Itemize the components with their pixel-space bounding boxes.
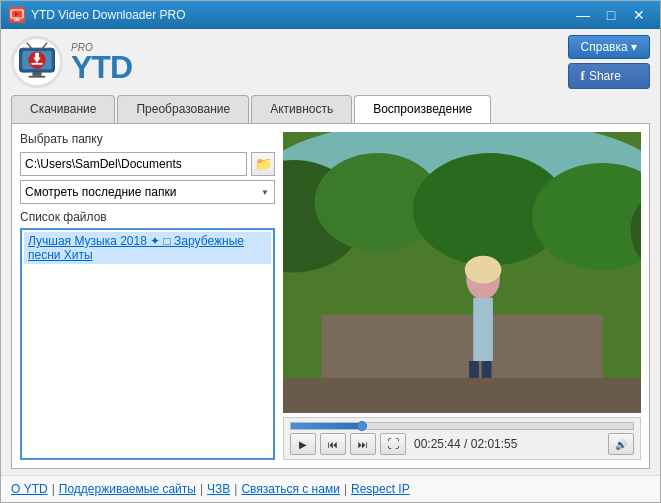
video-display (283, 132, 641, 413)
tab-activity[interactable]: Активность (251, 95, 352, 123)
content-panel: Выбрать папку 📁 Смотреть последние папки… (11, 123, 650, 469)
volume-icon: 🔊 (615, 439, 627, 450)
file-item-name: Лучшая Музыка 2018 ✦ □ Зарубежные песни … (28, 234, 267, 262)
svg-marker-3 (15, 12, 19, 16)
tab-convert[interactable]: Преобразование (117, 95, 249, 123)
title-bar: YTD Video Downloader PRO — □ ✕ (1, 1, 660, 29)
time-current: 00:25:44 (414, 437, 461, 451)
header-row: PRO YTD Справка ▾ f Share (11, 35, 650, 89)
right-panel: ▶ ⏮ ⏭ ⛶ 00:25:44 (283, 132, 641, 460)
prev-button[interactable]: ⏮ (320, 433, 346, 455)
logo-icon (11, 36, 63, 88)
main-content: PRO YTD Справка ▾ f Share Скачивание Пре… (1, 29, 660, 475)
footer-sep-1: | (52, 482, 55, 496)
svg-rect-28 (283, 378, 641, 413)
fullscreen-icon: ⛶ (387, 437, 399, 451)
next-button[interactable]: ⏭ (350, 433, 376, 455)
tabs-row: Скачивание Преобразование Активность Вос… (11, 95, 650, 123)
tab-download[interactable]: Скачивание (11, 95, 115, 123)
footer-sep-4: | (344, 482, 347, 496)
svg-rect-24 (473, 298, 493, 361)
footer-link-contact[interactable]: Связаться с нами (241, 482, 339, 496)
recent-folders-wrapper: Смотреть последние папки (20, 180, 275, 204)
folder-icon: 📁 (255, 156, 272, 172)
logo-area: PRO YTD (11, 36, 132, 88)
folder-label: Выбрать папку (20, 132, 275, 146)
browse-folder-button[interactable]: 📁 (251, 152, 275, 176)
folder-row: 📁 (20, 152, 275, 176)
logo-text: PRO YTD (71, 42, 132, 83)
folder-input[interactable] (20, 152, 247, 176)
maximize-button[interactable]: □ (598, 5, 624, 25)
file-list[interactable]: Лучшая Музыка 2018 ✦ □ Зарубежные песни … (20, 228, 275, 460)
controls-row: ▶ ⏮ ⏭ ⛶ 00:25:44 (290, 433, 634, 455)
left-panel: Выбрать папку 📁 Смотреть последние папки… (20, 132, 275, 460)
window-controls: — □ ✕ (570, 5, 652, 25)
svg-line-7 (43, 43, 48, 49)
footer-link-about[interactable]: О YTD (11, 482, 48, 496)
footer-link-faq[interactable]: ЧЗВ (207, 482, 230, 496)
svg-rect-13 (31, 63, 42, 65)
svg-rect-9 (29, 76, 46, 78)
progress-thumb (357, 421, 367, 431)
tab-playback[interactable]: Воспроизведение (354, 95, 491, 123)
panel-inner: Выбрать папку 📁 Смотреть последние папки… (20, 132, 641, 460)
file-list-label: Список файлов (20, 210, 275, 224)
svg-rect-8 (32, 72, 41, 76)
spravka-button[interactable]: Справка ▾ (568, 35, 650, 59)
footer-link-respect-ip[interactable]: Respect IP (351, 482, 410, 496)
video-controls: ▶ ⏮ ⏭ ⛶ 00:25:44 (283, 417, 641, 460)
time-separator: / (464, 437, 471, 451)
svg-line-6 (27, 43, 32, 49)
footer-sep-3: | (234, 482, 237, 496)
footer-link-sites[interactable]: Поддерживаемые сайты (59, 482, 196, 496)
window-title: YTD Video Downloader PRO (31, 8, 570, 22)
play-button[interactable]: ▶ (290, 433, 316, 455)
progress-fill (291, 423, 362, 429)
next-icon: ⏭ (358, 439, 368, 450)
header-buttons: Справка ▾ f Share (568, 35, 650, 89)
app-icon (9, 7, 25, 23)
share-button[interactable]: f Share (568, 63, 650, 89)
time-display: 00:25:44 / 02:01:55 (414, 437, 517, 451)
time-total: 02:01:55 (471, 437, 518, 451)
volume-button[interactable]: 🔊 (608, 433, 634, 455)
minimize-button[interactable]: — (570, 5, 596, 25)
prev-icon: ⏮ (328, 439, 338, 450)
logo-ytd-label: YTD (71, 51, 132, 83)
close-button[interactable]: ✕ (626, 5, 652, 25)
app-window: YTD Video Downloader PRO — □ ✕ (0, 0, 661, 503)
footer: О YTD | Поддерживаемые сайты | ЧЗВ | Свя… (1, 475, 660, 502)
fullscreen-button[interactable]: ⛶ (380, 433, 406, 455)
svg-point-27 (465, 256, 502, 284)
recent-folders-dropdown[interactable]: Смотреть последние папки (20, 180, 275, 204)
list-item[interactable]: Лучшая Музыка 2018 ✦ □ Зарубежные песни … (24, 232, 271, 264)
progress-bar[interactable] (290, 422, 634, 430)
svg-rect-12 (35, 53, 39, 59)
share-label: Share (589, 69, 621, 83)
facebook-icon: f (581, 68, 585, 84)
play-icon: ▶ (299, 439, 307, 450)
footer-sep-2: | (200, 482, 203, 496)
